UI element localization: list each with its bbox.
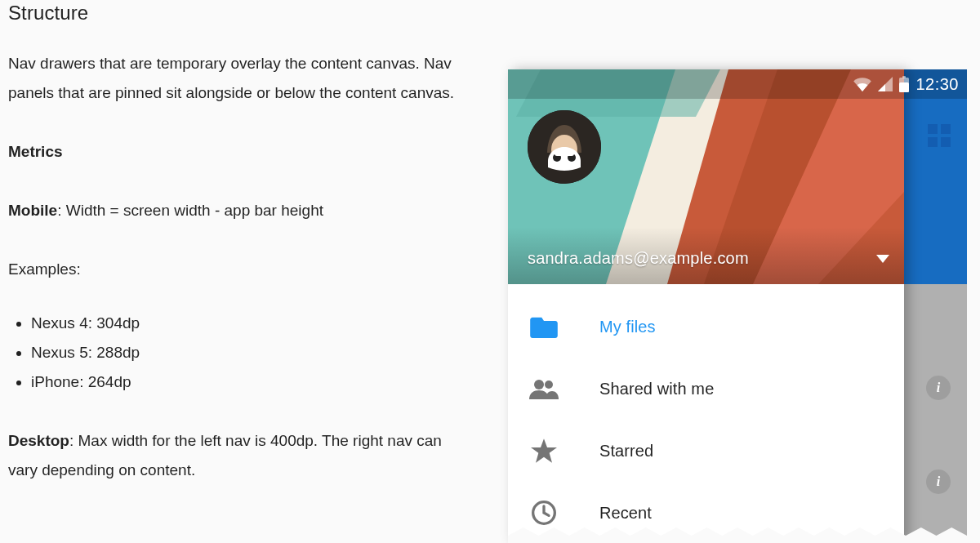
- svg-rect-1: [902, 76, 906, 78]
- info-icon[interactable]: i: [926, 470, 951, 494]
- nav-item-my-files[interactable]: My files: [508, 296, 904, 358]
- battery-icon: [899, 76, 909, 92]
- svg-rect-13: [555, 151, 574, 156]
- nav-item-label: Starred: [599, 442, 653, 461]
- example-item: Nexus 5: 288dp: [31, 338, 457, 367]
- svg-rect-2: [899, 82, 909, 92]
- account-row[interactable]: sandra.adams@example.com: [528, 249, 889, 268]
- account-email: sandra.adams@example.com: [528, 249, 749, 268]
- drawer-header: sandra.adams@example.com: [508, 69, 904, 284]
- cellular-icon: [878, 77, 893, 91]
- intro-paragraph: Nav drawers that are temporary overlay t…: [8, 49, 457, 108]
- svg-point-14: [534, 380, 544, 389]
- section-heading: Structure: [8, 2, 457, 24]
- wifi-icon: [853, 77, 871, 91]
- chevron-down-icon: [876, 255, 889, 263]
- people-icon: [529, 374, 559, 403]
- example-item: iPhone: 264dp: [31, 367, 457, 397]
- account-avatar[interactable]: [528, 110, 601, 184]
- nav-item-shared-with-me[interactable]: Shared with me: [508, 358, 904, 420]
- svg-point-15: [545, 381, 553, 389]
- nav-drawer: sandra.adams@example.com My files Shared…: [508, 69, 904, 543]
- nav-item-label: Shared with me: [599, 380, 714, 398]
- device-mockup: i i 12:30: [508, 69, 967, 543]
- mobile-rule: Mobile: Width = screen width - app bar h…: [8, 196, 457, 225]
- status-bar: 12:30: [508, 69, 967, 99]
- examples-list: Nexus 4: 304dp Nexus 5: 288dp iPhone: 26…: [8, 309, 457, 397]
- info-icon[interactable]: i: [926, 376, 951, 400]
- desktop-rule: Desktop: Max width for the left nav is 4…: [8, 426, 457, 485]
- clock-time: 12:30: [915, 75, 959, 94]
- metrics-subheading: Metrics: [8, 137, 457, 167]
- nav-item-label: My files: [599, 318, 656, 336]
- nav-list: My files Shared with me Starred Recent: [508, 284, 904, 543]
- example-item: Nexus 4: 304dp: [31, 309, 457, 338]
- folder-icon: [529, 312, 559, 341]
- nav-item-label: Recent: [599, 504, 652, 523]
- clock-icon: [529, 498, 559, 527]
- examples-label: Examples:: [8, 255, 457, 284]
- nav-item-starred[interactable]: Starred: [508, 420, 904, 482]
- doc-column: Structure Nav drawers that are temporary…: [8, 0, 457, 485]
- star-icon: [529, 436, 559, 465]
